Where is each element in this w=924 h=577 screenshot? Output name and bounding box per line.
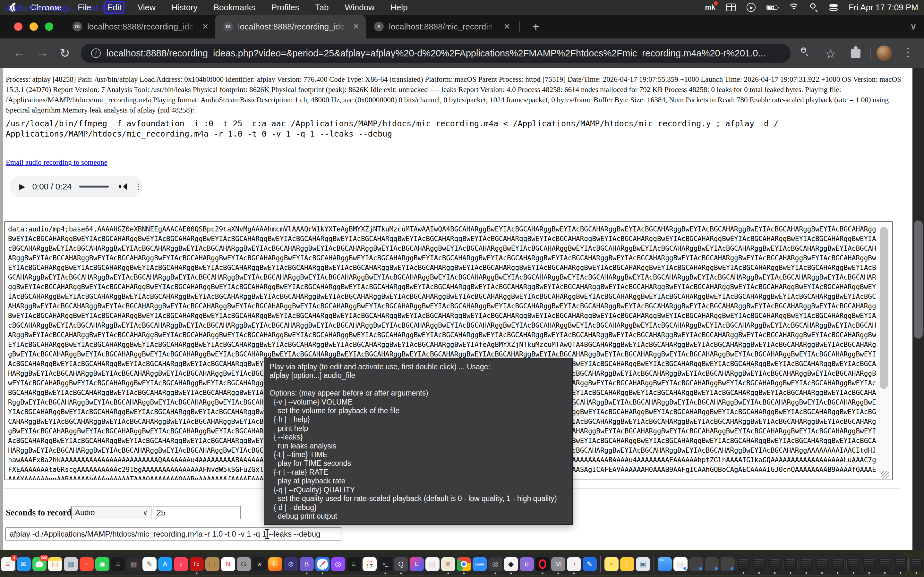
- seconds-input[interactable]: 25: [153, 506, 241, 519]
- dock-item-document-app[interactable]: ▤: [425, 557, 439, 571]
- email-recording-link[interactable]: Email audio recording to someone: [6, 158, 107, 167]
- menu-item-edit[interactable]: Edit: [105, 2, 124, 13]
- menu-item-help[interactable]: Help: [389, 2, 409, 13]
- dock-item-quicktime[interactable]: Q: [394, 557, 408, 571]
- dock-item-textedit[interactable]: ✎: [142, 557, 157, 571]
- zoom-window-button[interactable]: [45, 23, 53, 31]
- textarea-resize-handle[interactable]: [881, 471, 889, 479]
- dock-item-minimized-window[interactable]: [783, 557, 798, 571]
- dock-item-system-settings[interactable]: ◎: [488, 557, 502, 571]
- browser-tab-3[interactable]: slocalhost:8888/mic_recordin✕: [366, 15, 517, 39]
- dock-item-news[interactable]: N: [221, 557, 235, 571]
- back-button[interactable]: ←: [13, 45, 26, 60]
- dock-item-minimized-window[interactable]: [893, 557, 908, 571]
- dock-item-inkscape[interactable]: ◆: [504, 557, 518, 571]
- record-type-select[interactable]: Audio ∨: [71, 506, 152, 519]
- forward-button[interactable]: →: [36, 45, 49, 60]
- dock-item-messages[interactable]: 208: [32, 557, 47, 571]
- dock-item-downloads-folder[interactable]: [658, 557, 672, 571]
- mamp-status-icon[interactable]: mk: [705, 3, 715, 11]
- dock-item-ghost-doc[interactable]: [720, 557, 735, 571]
- site-info-icon[interactable]: i: [91, 48, 101, 58]
- dock-item-minimized-window[interactable]: [815, 557, 829, 571]
- dock-item-minimized-window[interactable]: [799, 557, 813, 571]
- bookmark-star-icon[interactable]: ☆: [825, 47, 836, 61]
- dock-item-dark-utility-app[interactable]: ≡: [111, 557, 125, 571]
- dock-item-mamp[interactable]: M: [551, 557, 565, 571]
- dock-item-opera[interactable]: [535, 557, 549, 571]
- afplay-command-input[interactable]: afplay -d /Applications/MAMP/htdocs/mic_…: [5, 527, 341, 541]
- tab-close-icon[interactable]: ✕: [504, 22, 510, 31]
- dock-item-minimized-window[interactable]: [736, 557, 750, 571]
- close-window-button[interactable]: [14, 23, 23, 31]
- dock-item-mail[interactable]: ✉: [17, 557, 31, 571]
- dock-item-spreadsheet-doc[interactable]: ▤: [674, 557, 688, 571]
- minimize-window-button[interactable]: [29, 23, 38, 31]
- dock-item-minimized-window[interactable]: [768, 557, 782, 571]
- address-bar[interactable]: i localhost:8888/recording_ideas.php?vid…: [81, 44, 790, 63]
- menu-item-bookmarks[interactable]: Bookmarks: [212, 2, 257, 13]
- dock-item-minimized-window[interactable]: [752, 557, 766, 571]
- menu-item-window[interactable]: Window: [342, 2, 376, 13]
- wifi-icon[interactable]: [788, 3, 799, 11]
- page-scrollbar[interactable]: [913, 68, 924, 550]
- dock-item-leather-app[interactable]: ▢: [205, 557, 220, 571]
- seek-bar[interactable]: [79, 185, 109, 187]
- dock-item-firefox[interactable]: F: [268, 557, 282, 571]
- browser-tab-1[interactable]: mlocalhost:8888/recording_ide✕: [64, 15, 215, 39]
- menu-item-history[interactable]: History: [170, 2, 200, 13]
- battery-charging-icon[interactable]: ϟ: [766, 5, 777, 10]
- menu-item-tab[interactable]: Tab: [313, 2, 331, 13]
- dock-item-minimized-window[interactable]: [878, 557, 892, 571]
- player-menu-icon[interactable]: ⋮: [134, 182, 142, 192]
- dock-item-dashboard-app[interactable]: ◔: [567, 557, 581, 571]
- dock-item-audio-wave-app[interactable]: ~: [79, 557, 94, 571]
- dock-item-stickies[interactable]: ≈: [604, 557, 619, 571]
- play-circle-icon[interactable]: ▶: [746, 3, 756, 12]
- page-scrollbar-thumb[interactable]: [914, 221, 923, 338]
- textarea-scrollbar[interactable]: [878, 224, 889, 477]
- textarea-scrollbar-thumb[interactable]: [880, 227, 888, 389]
- dock-item-ghost-doc[interactable]: [705, 557, 719, 571]
- tab-close-icon[interactable]: ✕: [353, 22, 359, 31]
- control-center-icon[interactable]: [829, 4, 838, 11]
- volume-icon[interactable]: [119, 183, 126, 190]
- dock-item-terminal[interactable]: >_: [378, 557, 393, 571]
- window-grid-icon[interactable]: [726, 3, 736, 11]
- dock-item-intellij[interactable]: IJ: [410, 557, 424, 571]
- menu-item-view[interactable]: View: [136, 2, 158, 13]
- dock-item-pet-app[interactable]: ö: [520, 557, 534, 571]
- dock-item-notes[interactable]: ▤: [48, 557, 62, 571]
- dock-item-minimized-window[interactable]: [830, 557, 845, 571]
- dock-item-music[interactable]: ♪: [174, 557, 188, 571]
- dock-item-facetime[interactable]: ◉: [95, 557, 110, 571]
- dock-item-drawing-pen-app[interactable]: ✎: [583, 557, 597, 571]
- dock-item-calendar[interactable]: APR17: [363, 557, 376, 571]
- dock-item-code-preview-app[interactable]: ≡: [347, 557, 361, 571]
- profile-avatar[interactable]: [877, 45, 892, 61]
- dock-item-photos-viewer[interactable]: ▣: [636, 557, 650, 571]
- play-button[interactable]: ▶: [19, 182, 25, 191]
- dock-item-apple-tv[interactable]: tv: [252, 557, 267, 571]
- tab-close-icon[interactable]: ✕: [202, 22, 208, 31]
- tab-search-chevron-icon[interactable]: ∨: [910, 21, 917, 32]
- browser-tab-2[interactable]: mlocalhost:8888/recording_ide✕: [215, 15, 366, 39]
- dock-item-zoom[interactable]: zoom: [473, 557, 487, 571]
- dock-item-idea-app[interactable]: i: [620, 557, 634, 571]
- dock-item-launchpad[interactable]: ▦: [64, 557, 78, 571]
- dock-item-minimized-window[interactable]: [846, 557, 861, 571]
- reload-button[interactable]: ↻: [60, 46, 70, 60]
- browser-menu-icon[interactable]: ⋮: [902, 45, 914, 59]
- dock-item-gimp[interactable]: G: [237, 557, 251, 571]
- spotlight-search-icon[interactable]: [810, 3, 819, 11]
- dock-item-blocked-app[interactable]: ⊘: [284, 557, 298, 571]
- dock-item-paint-app[interactable]: ✳: [441, 557, 455, 571]
- dock-item-app-store[interactable]: A: [158, 557, 172, 571]
- new-tab-button[interactable]: +: [529, 20, 542, 33]
- dock-item-minimized-window[interactable]: [862, 557, 876, 571]
- menu-item-profiles[interactable]: Profiles: [270, 2, 301, 13]
- dock-item-filezilla[interactable]: Fz: [190, 557, 204, 571]
- dock-item-device-keypad-app[interactable]: ▦: [127, 557, 141, 571]
- dock-item-reminders[interactable]: ≡3: [1, 557, 15, 571]
- dock-item-ghost-doc[interactable]: [689, 557, 703, 571]
